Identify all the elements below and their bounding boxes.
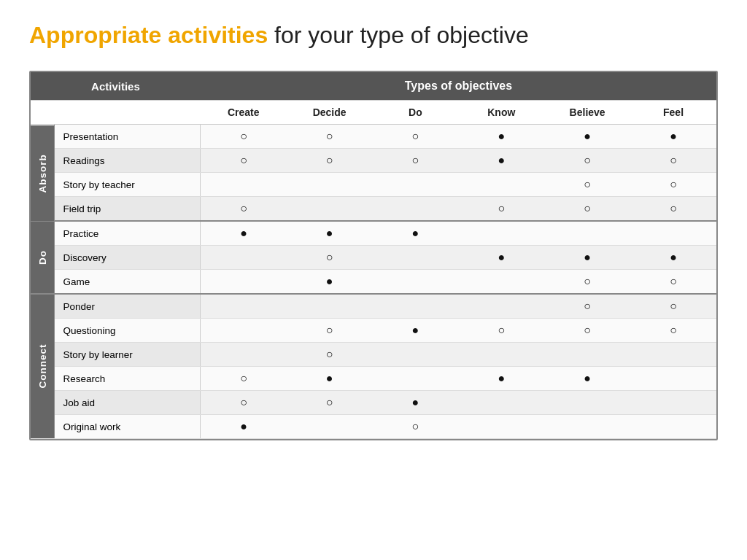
activity-name: Field trip (54, 197, 201, 222)
table-cell (201, 343, 287, 367)
activity-name: Ponder (54, 294, 201, 319)
table-cell (373, 246, 459, 270)
table-cell (630, 221, 716, 246)
table-cell: ● (458, 149, 544, 173)
activities-table: Activities Types of objectives Create De… (31, 72, 716, 439)
table-cell (201, 319, 287, 343)
table-cell: ○ (630, 173, 716, 197)
table-cell (287, 415, 373, 439)
table-cell (373, 343, 459, 367)
activity-name: Discovery (54, 246, 201, 270)
activities-sub-header (31, 101, 201, 125)
table-cell (458, 391, 544, 415)
table-cell (373, 367, 459, 391)
col-decide: Decide (287, 101, 373, 125)
table-cell: ○ (458, 197, 544, 222)
table-cell: ○ (544, 149, 630, 173)
table-row: Job aid○○● (31, 391, 716, 415)
table-cell (630, 367, 716, 391)
page-title: Appropriate activities for your type of … (29, 22, 718, 49)
table-cell: ○ (630, 294, 716, 319)
table-cell: ● (630, 246, 716, 270)
table-cell: ○ (201, 197, 287, 222)
table-cell: ● (287, 221, 373, 246)
table-row: Game●○○ (31, 270, 716, 295)
table-cell: ● (373, 221, 459, 246)
header-top-row: Activities Types of objectives (31, 72, 716, 101)
table-cell (373, 270, 459, 295)
table-row: AbsorbPresentation○○○●●● (31, 125, 716, 149)
activity-name: Research (54, 367, 201, 391)
table-cell (287, 294, 373, 319)
table-cell: ○ (287, 149, 373, 173)
types-header: Types of objectives (201, 72, 716, 101)
table-row: Original work●○ (31, 415, 716, 439)
table-cell: ○ (373, 125, 459, 149)
table-cell: ○ (544, 319, 630, 343)
table-cell: ○ (458, 319, 544, 343)
table-cell (458, 173, 544, 197)
table-cell (458, 221, 544, 246)
table-cell: ○ (630, 149, 716, 173)
table-cell: ○ (287, 343, 373, 367)
table-cell: ● (458, 246, 544, 270)
table-cell: ● (201, 221, 287, 246)
activity-name: Readings (54, 149, 201, 173)
table-cell: ○ (544, 173, 630, 197)
table-cell (373, 197, 459, 222)
table-cell (544, 415, 630, 439)
title-highlight: Appropriate activities (29, 22, 268, 48)
table-cell: ○ (544, 197, 630, 222)
activity-name: Questioning (54, 319, 201, 343)
table-cell (630, 415, 716, 439)
table-cell (201, 294, 287, 319)
table-cell: ○ (287, 246, 373, 270)
header-sub-row: Create Decide Do Know Believe Feel (31, 101, 716, 125)
table-cell (544, 343, 630, 367)
table-cell: ○ (287, 125, 373, 149)
table-cell (544, 221, 630, 246)
table-cell: ○ (201, 391, 287, 415)
table-row: Discovery○●●● (31, 246, 716, 270)
table-row: Story by teacher○○ (31, 173, 716, 197)
table-cell: ● (544, 367, 630, 391)
table-row: Story by learner○ (31, 343, 716, 367)
table-cell (458, 294, 544, 319)
table-cell: ● (373, 319, 459, 343)
table-cell: ● (287, 367, 373, 391)
table-cell: ● (458, 367, 544, 391)
table-cell (458, 415, 544, 439)
table-cell: ○ (201, 367, 287, 391)
activity-name: Practice (54, 221, 201, 246)
table-row: DoPractice●●● (31, 221, 716, 246)
table-cell: ○ (544, 294, 630, 319)
activities-header: Activities (31, 72, 201, 101)
table-row: ConnectPonder○○ (31, 294, 716, 319)
table-cell: ● (544, 246, 630, 270)
table-cell: ● (458, 125, 544, 149)
table-row: Research○●●● (31, 367, 716, 391)
table-cell: ○ (287, 319, 373, 343)
table-cell (201, 270, 287, 295)
table-cell (630, 343, 716, 367)
table-cell: ○ (201, 149, 287, 173)
table-cell: ● (630, 125, 716, 149)
table-cell (373, 294, 459, 319)
table-cell: ○ (544, 270, 630, 295)
table-cell (630, 391, 716, 415)
table-cell: ● (201, 415, 287, 439)
group-label-do: Do (31, 221, 54, 294)
group-label-connect: Connect (31, 294, 54, 439)
activity-name: Story by learner (54, 343, 201, 367)
table-cell: ○ (630, 197, 716, 222)
group-label-absorb: Absorb (31, 125, 54, 222)
table-row: Questioning○●○○○ (31, 319, 716, 343)
table-cell (201, 173, 287, 197)
main-table-wrapper: Activities Types of objectives Create De… (29, 71, 718, 440)
activity-name: Presentation (54, 125, 201, 149)
table-cell: ● (544, 125, 630, 149)
table-row: Field trip○○○○ (31, 197, 716, 222)
table-cell (458, 343, 544, 367)
table-cell: ● (373, 391, 459, 415)
table-cell (373, 173, 459, 197)
